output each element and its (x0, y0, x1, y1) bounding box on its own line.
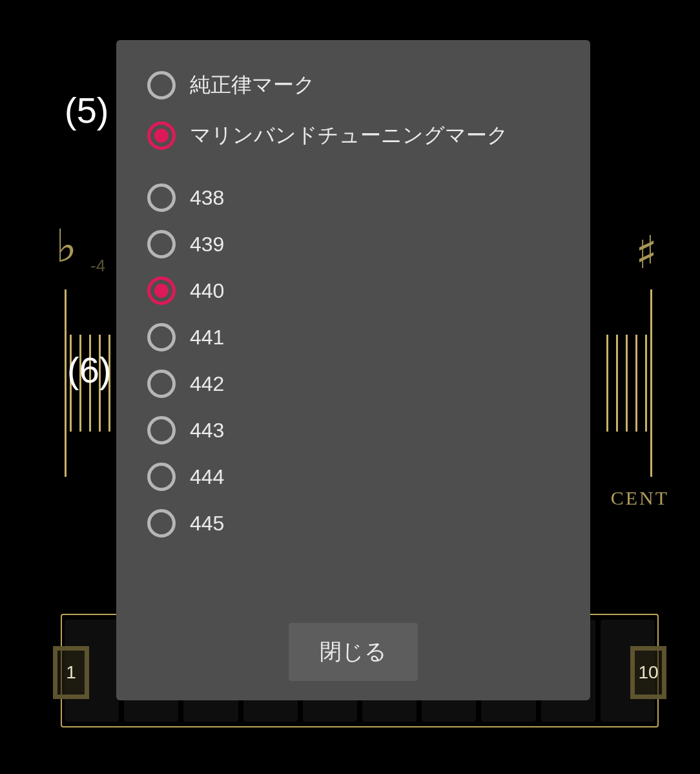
radio-label: マリンバンドチューニングマーク (190, 121, 508, 150)
close-button[interactable]: 閉じる (289, 623, 418, 681)
strip-number-right: 10 (630, 646, 666, 699)
flat-icon: ♭ (56, 220, 77, 273)
radio-icon (147, 323, 176, 351)
radio-label: 純正律マーク (190, 71, 315, 99)
radio-icon (147, 230, 176, 258)
cent-unit-label: CENT (611, 487, 669, 509)
reference-pitch-group: 438 439 440 441 442 443 444 445 (147, 183, 559, 538)
radio-label: 442 (190, 372, 224, 396)
radio-label: 441 (190, 326, 224, 350)
radio-icon (147, 509, 176, 538)
radio-icon (147, 277, 176, 305)
radio-icon (147, 463, 176, 491)
radio-icon (147, 416, 176, 445)
strip-number-left: 1 (53, 646, 89, 699)
radio-icon (147, 370, 176, 398)
radio-pitch-444[interactable]: 444 (147, 463, 559, 491)
radio-label: 438 (190, 186, 224, 210)
radio-label: 443 (190, 419, 224, 443)
scale-ticks-right (606, 335, 647, 432)
radio-icon (147, 71, 176, 99)
scale-value-left: -4 (90, 256, 105, 276)
annotation-5: (5) (65, 89, 108, 131)
radio-pitch-439[interactable]: 439 (147, 230, 559, 258)
radio-pitch-443[interactable]: 443 (147, 416, 559, 445)
radio-label: 445 (190, 512, 224, 536)
settings-dialog: 純正律マーク マリンバンドチューニングマーク 438 439 440 441 4… (116, 40, 590, 700)
annotation-6: (6) (67, 349, 111, 391)
radio-pitch-442[interactable]: 442 (147, 370, 559, 398)
scale-endmark-left (65, 289, 67, 477)
radio-icon (147, 183, 176, 212)
radio-label: 440 (190, 279, 224, 303)
scale-endmark-right (650, 289, 652, 477)
radio-pitch-440[interactable]: 440 (147, 277, 559, 305)
radio-just-intonation-mark[interactable]: 純正律マーク (147, 71, 559, 99)
radio-icon (147, 121, 176, 150)
radio-pitch-445[interactable]: 445 (147, 509, 559, 538)
radio-label: 439 (190, 233, 224, 256)
radio-marine-band-tuning-mark[interactable]: マリンバンドチューニングマーク (147, 121, 559, 150)
radio-pitch-441[interactable]: 441 (147, 323, 559, 351)
sharp-icon: ♯ (635, 226, 657, 279)
radio-pitch-438[interactable]: 438 (147, 183, 559, 212)
mark-type-group: 純正律マーク マリンバンドチューニングマーク (147, 71, 559, 150)
radio-label: 444 (190, 465, 224, 489)
